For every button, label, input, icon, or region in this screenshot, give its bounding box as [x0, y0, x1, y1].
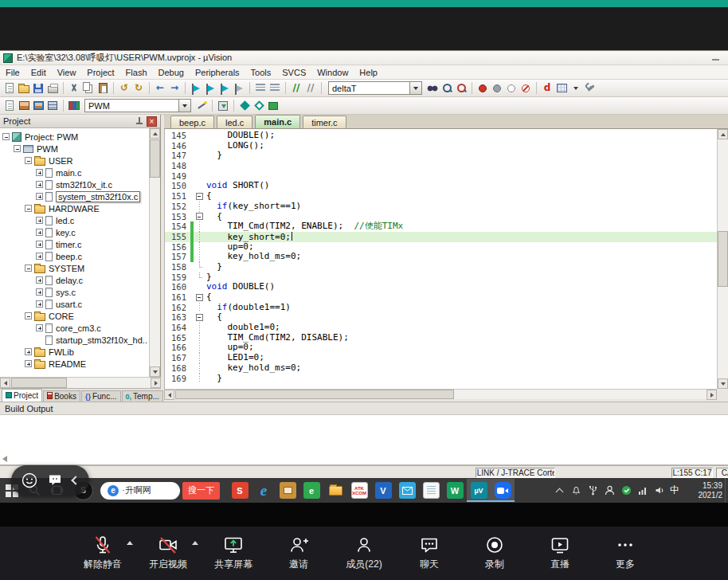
scroll-right-button[interactable] — [151, 378, 161, 388]
meeting-floating-widget[interactable] — [11, 465, 89, 496]
find-combo[interactable]: deltaT — [328, 81, 422, 95]
batch-build-icon[interactable] — [46, 99, 60, 112]
translate-file-icon[interactable] — [3, 99, 17, 112]
meeting-invite-button[interactable]: 邀请 — [280, 534, 318, 571]
scroll-down-button[interactable] — [718, 378, 728, 389]
line-number[interactable]: 149 — [165, 171, 190, 182]
expander-icon[interactable] — [25, 265, 32, 272]
analysis-windows-icon[interactable] — [555, 81, 569, 95]
indent-left-icon[interactable] — [254, 81, 268, 95]
fold-margin[interactable] — [194, 292, 205, 303]
line-number[interactable]: 167 — [165, 353, 190, 363]
app-green-browser-icon[interactable]: e — [299, 479, 323, 502]
line-number[interactable]: 154 — [165, 221, 190, 232]
chat-bubble-icon[interactable] — [47, 472, 63, 488]
app-explorer-icon[interactable] — [323, 479, 347, 502]
app-uvision-icon[interactable]: µV — [467, 479, 491, 502]
books-stack-icon[interactable] — [68, 99, 81, 112]
app-ie-icon[interactable]: e — [252, 479, 276, 502]
scroll-up-button[interactable] — [718, 129, 728, 139]
fold-margin[interactable] — [194, 312, 205, 323]
app-atk-xcom-icon[interactable]: ATKXCOM — [347, 479, 371, 502]
tree-item-usart-c[interactable]: usart.c — [0, 298, 150, 310]
meeting-more-button[interactable]: 更多 — [606, 534, 644, 571]
target-select-combo[interactable]: PWM — [84, 99, 191, 112]
scrollbar-thumb[interactable] — [150, 139, 160, 178]
line-number[interactable]: 168 — [165, 363, 190, 374]
debug-session-icon[interactable]: d — [541, 81, 554, 95]
menu-tools[interactable]: Tools — [245, 65, 277, 79]
manage-components-icon[interactable] — [252, 99, 266, 112]
show-desktop-button[interactable] — [725, 478, 728, 503]
expander-icon[interactable] — [36, 181, 43, 188]
tray-network-icon[interactable] — [637, 484, 649, 496]
tree-item-hardware[interactable]: HARDWARE — [0, 202, 150, 214]
expander-icon[interactable] — [36, 253, 43, 260]
code-line-168[interactable]: 168 key_hold_ms=0; — [165, 363, 717, 374]
line-number[interactable]: 147 — [165, 151, 190, 161]
tray-bell-icon[interactable] — [570, 484, 582, 496]
minimize-icon[interactable] — [710, 54, 722, 62]
nav-forward-icon[interactable]: → — [168, 81, 182, 95]
build-target-icon[interactable] — [18, 99, 31, 112]
menu-debug[interactable]: Debug — [153, 65, 190, 79]
tree-item-startup-stm32f10x-hd-[interactable]: startup_stm32f10x_hd.. — [0, 334, 150, 346]
pin-icon[interactable] — [135, 116, 144, 127]
expander-icon[interactable] — [36, 324, 43, 331]
project-tree-horizontal-scrollbar[interactable] — [0, 377, 161, 388]
code-line-160[interactable]: 160void DOUBLE() — [165, 282, 717, 292]
meeting-start-video-button[interactable]: 开启视频 — [149, 534, 187, 571]
build-output-content[interactable] — [0, 415, 728, 465]
line-number[interactable]: 160 — [165, 282, 190, 292]
line-number[interactable]: 152 — [165, 202, 190, 212]
tray-security-icon[interactable] — [620, 484, 632, 496]
app-notepad-icon[interactable] — [419, 479, 443, 502]
tray-usb-icon[interactable] — [587, 484, 599, 496]
title-bar[interactable]: E:\实验室\32\3.08\呼吸灯\USER\PWM.uvprojx - µV… — [0, 51, 728, 65]
menu-flash[interactable]: Flash — [120, 65, 153, 79]
breakpoint-disable-all-icon[interactable] — [505, 81, 519, 95]
menu-help[interactable]: Help — [354, 65, 383, 79]
editor-vertical-scrollbar[interactable] — [717, 129, 728, 389]
find-icon[interactable] — [440, 81, 454, 95]
code-line-154[interactable]: 154 TIM_Cmd(TIM2, ENABLE); //使能TIMx — [165, 221, 717, 232]
code-line-157[interactable]: 157 key_hold_ms=0; — [165, 252, 717, 262]
scroll-right-button[interactable] — [706, 390, 717, 400]
tray-user-icon[interactable] — [604, 484, 616, 496]
start-video-options-caret-icon[interactable] — [192, 541, 198, 545]
line-number[interactable]: 146 — [165, 141, 190, 151]
configure-tools-icon[interactable] — [584, 81, 597, 95]
line-number[interactable]: 163 — [165, 312, 190, 323]
panel-tab-func[interactable]: {}Func... — [81, 390, 121, 402]
scrollbar-thumb[interactable] — [175, 390, 454, 399]
line-number[interactable]: 156 — [165, 242, 190, 253]
app-tencent-meeting-icon[interactable] — [491, 479, 515, 502]
analysis-caret-icon[interactable] — [569, 81, 583, 95]
editor-tab-beep-c[interactable]: beep.c — [170, 116, 214, 128]
expander-icon[interactable] — [36, 169, 43, 176]
tree-item-system[interactable]: SYSTEM — [0, 262, 150, 274]
collapse-icon[interactable] — [71, 476, 80, 484]
expander-icon[interactable] — [25, 348, 32, 355]
app-docs-green-icon[interactable]: W — [443, 479, 467, 502]
editor-tab-main-c[interactable]: main.c — [255, 115, 300, 128]
tree-item-system-stm32f10x-c[interactable]: system_stm32f10x.c — [0, 190, 150, 202]
tree-item-project-pwm[interactable]: Project: PWM — [0, 131, 150, 143]
tree-item-stm32f10x-it-c[interactable]: stm32f10x_it.c — [0, 178, 150, 190]
ime-indicator[interactable]: 中 — [670, 484, 679, 497]
new-file-icon[interactable] — [3, 81, 17, 95]
menu-svcs[interactable]: SVCS — [276, 65, 311, 79]
code-line-162[interactable]: 162 if(double1==1) — [165, 303, 717, 313]
line-number[interactable]: 153 — [165, 212, 190, 222]
indent-right-icon[interactable] — [268, 81, 282, 95]
menu-view[interactable]: View — [52, 65, 82, 79]
code-line-152[interactable]: 152 if(key_short==1) — [165, 202, 717, 212]
code-line-158[interactable]: 158 } — [165, 262, 717, 272]
breakpoint-toggle-icon[interactable] — [476, 81, 490, 95]
menu-file[interactable]: File — [0, 65, 25, 79]
nav-back-icon[interactable]: ← — [154, 81, 167, 95]
tree-item-key-c[interactable]: key.c — [0, 226, 150, 238]
open-folder-icon[interactable] — [18, 81, 31, 95]
redo-icon[interactable]: ↻ — [132, 81, 146, 95]
expander-icon[interactable] — [25, 157, 32, 164]
